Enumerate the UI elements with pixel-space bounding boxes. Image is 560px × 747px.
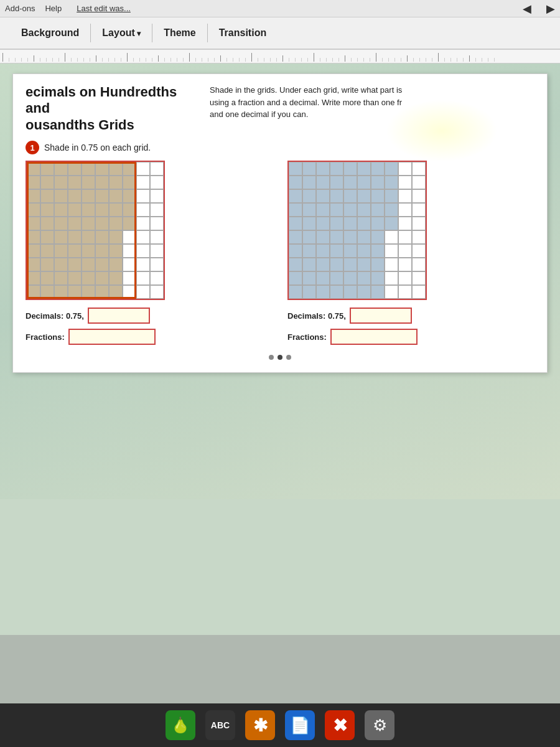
grid-cell[interactable] [289,285,302,299]
grid-cell[interactable] [357,217,371,230]
grid-cell[interactable] [330,271,343,285]
grid-cell[interactable] [371,258,385,271]
grid-cell[interactable] [385,258,398,271]
grid-cell[interactable] [82,217,95,230]
grid-cell[interactable] [54,189,68,203]
grid-cell[interactable] [289,271,302,285]
grid-cell[interactable] [82,189,95,203]
grid-cell[interactable] [109,258,123,271]
fractions-input-left[interactable] [68,329,156,345]
grid-cell[interactable] [40,271,54,285]
grid-cell[interactable] [385,271,398,285]
grid-cell[interactable] [343,217,357,230]
grid-cell[interactable] [330,176,343,189]
grid-cell[interactable] [357,271,371,285]
grid-cell[interactable] [412,244,426,258]
grid-cell[interactable] [302,230,316,244]
grid-cell[interactable] [371,176,385,189]
grid-cell[interactable] [412,162,426,176]
grid-cell[interactable] [357,176,371,189]
grid-cell[interactable] [316,271,330,285]
grid-cell[interactable] [371,230,385,244]
grid-cell[interactable] [68,271,82,285]
grid-cell[interactable] [150,258,164,271]
star-icon[interactable]: ✱ [245,710,275,740]
grid-cell[interactable] [109,162,123,176]
grid-cell[interactable] [289,203,302,217]
grid-cell[interactable] [289,217,302,230]
grid-cell[interactable] [343,203,357,217]
grid-cell[interactable] [412,217,426,230]
grid-cell[interactable] [136,258,150,271]
grid-cell[interactable] [136,176,150,189]
grid-cell[interactable] [398,258,412,271]
grid-cell[interactable] [82,230,95,244]
grid-cell[interactable] [150,271,164,285]
grid-cell[interactable] [40,258,54,271]
grid-cell[interactable] [82,271,95,285]
grid-cell[interactable] [357,162,371,176]
grid-cell[interactable] [109,271,123,285]
grid-cell[interactable] [68,203,82,217]
grid-cell[interactable] [54,244,68,258]
grid-cell[interactable] [68,244,82,258]
grid-cell[interactable] [109,189,123,203]
grid-cell[interactable] [40,189,54,203]
grid-cell[interactable] [123,285,136,299]
grid-cell[interactable] [150,162,164,176]
grid-cell[interactable] [316,189,330,203]
grid-cell[interactable] [385,162,398,176]
grid-cell[interactable] [136,271,150,285]
grid-cell[interactable] [343,189,357,203]
grid-cell[interactable] [330,244,343,258]
grid-cell[interactable] [109,285,123,299]
grid-cell[interactable] [398,176,412,189]
fractions-input-right[interactable] [330,329,418,345]
grid-cell[interactable] [82,258,95,271]
grid-cell[interactable] [109,176,123,189]
slide-dot-2[interactable] [278,355,282,360]
grid-cell[interactable] [54,285,68,299]
grid-cell[interactable] [398,244,412,258]
grid-cell[interactable] [412,203,426,217]
grid-cell[interactable] [371,244,385,258]
grid-cell[interactable] [136,162,150,176]
grid-cell[interactable] [82,285,95,299]
grid-cell[interactable] [136,217,150,230]
grid-cell[interactable] [123,217,136,230]
grid-cell[interactable] [82,203,95,217]
grid-cell[interactable] [27,230,40,244]
grid-cell[interactable] [68,258,82,271]
grid-cell[interactable] [289,162,302,176]
grid-cell[interactable] [343,244,357,258]
grid-cell[interactable] [54,203,68,217]
grid-cell[interactable] [40,285,54,299]
grid-cell[interactable] [357,285,371,299]
grid-cell[interactable] [343,176,357,189]
grid-cell[interactable] [330,162,343,176]
grid-cell[interactable] [357,189,371,203]
grid-cell[interactable] [68,189,82,203]
grid-cell[interactable] [27,176,40,189]
grid-cell[interactable] [412,176,426,189]
grid-cell[interactable] [27,162,40,176]
grid-cell[interactable] [136,244,150,258]
grid-cell[interactable] [343,271,357,285]
grid-cell[interactable] [385,244,398,258]
grid-cell[interactable] [385,230,398,244]
grid-cell[interactable] [40,244,54,258]
grid-cell[interactable] [302,217,316,230]
grid-cell[interactable] [371,189,385,203]
grid-cell[interactable] [398,230,412,244]
menu-addons[interactable]: Add-ons [5,4,35,13]
grid-cell[interactable] [123,271,136,285]
grid-cell[interactable] [289,244,302,258]
grid-cell[interactable] [150,203,164,217]
grid-cell[interactable] [95,162,109,176]
grid-cell[interactable] [316,285,330,299]
grid-cell[interactable] [136,189,150,203]
grid-cell[interactable] [302,162,316,176]
grid-cell[interactable] [385,176,398,189]
grid-cell[interactable] [82,244,95,258]
grid-cell[interactable] [95,271,109,285]
